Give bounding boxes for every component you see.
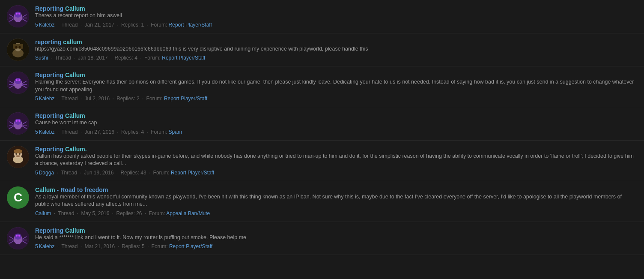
- thread-content: Reporting CallumFlaming the server: Ever…: [35, 72, 637, 102]
- svg-point-15: [15, 46, 18, 48]
- meta-dot: ·: [49, 55, 54, 61]
- svg-point-49: [15, 234, 21, 240]
- forum-label: Forum:: [144, 55, 162, 61]
- author-link[interactable]: Callum: [35, 210, 51, 216]
- thread-type: Thread: [61, 22, 78, 28]
- thread-content: Reporting Callum.Callum has openly asked…: [35, 146, 637, 176]
- avatar: [7, 227, 29, 249]
- thread-item: Reporting Callum.Callum has openly asked…: [0, 141, 644, 181]
- forum-link[interactable]: Spam: [169, 129, 182, 135]
- thread-title[interactable]: Reporting Callum: [35, 227, 85, 234]
- forum-label: Forum:: [151, 129, 168, 135]
- thread-meta: Sushi · Thread · Jan 18, 2017 · Replies:…: [35, 55, 637, 61]
- avatar: [7, 72, 29, 94]
- thread-title[interactable]: Reporting Callum.: [35, 146, 87, 153]
- meta-dot: ·: [72, 55, 77, 61]
- svg-point-3: [16, 13, 18, 15]
- meta-dot: ·: [145, 22, 149, 28]
- thread-meta: 5Dagga · Thread · Jun 19, 2016 · Replies…: [35, 170, 637, 176]
- thread-title[interactable]: Callum - Road to freedom: [35, 186, 108, 193]
- thread-meta: 5Kalebz · Thread · Jul 2, 2016 · Replies…: [35, 96, 637, 102]
- meta-dot: ·: [109, 55, 113, 61]
- forum-label: Forum:: [153, 170, 171, 176]
- meta-dot: ·: [79, 243, 83, 249]
- meta-dot: ·: [79, 129, 83, 135]
- author-prefix-icon: 5: [35, 96, 38, 102]
- svg-point-2: [15, 12, 21, 18]
- forum-link[interactable]: Report Player/Staff: [164, 96, 207, 102]
- thread-date: Jun 27, 2016: [84, 129, 114, 135]
- thread-title[interactable]: reporting callum: [35, 39, 82, 45]
- meta-dot: ·: [79, 96, 83, 102]
- forum-link[interactable]: Report Player/Staff: [169, 22, 212, 28]
- author-link[interactable]: Kalebz: [39, 129, 55, 135]
- thread-date: Jan 18, 2017: [78, 55, 107, 61]
- thread-item: reporting callumhttps://gyazo.com/c85064…: [0, 33, 644, 67]
- thread-body: Flaming the server: Everyone has their o…: [35, 78, 637, 93]
- thread-item: Reporting CallumHe said a ******* link a…: [0, 222, 644, 255]
- avatar: [7, 5, 29, 27]
- svg-point-33: [18, 120, 20, 122]
- meta-dot: ·: [116, 129, 120, 135]
- svg-point-17: [16, 48, 20, 51]
- forum-link[interactable]: Report Player/Staff: [171, 170, 214, 176]
- thread-date: May 5, 2016: [81, 210, 109, 216]
- svg-point-20: [15, 78, 21, 84]
- author-prefix-icon: 5: [35, 170, 38, 176]
- thread-content: Reporting CallumCause he wont let me cap…: [35, 112, 637, 135]
- thread-replies: Replies: 4: [121, 129, 144, 135]
- meta-dot: ·: [56, 96, 60, 102]
- meta-dot: ·: [141, 96, 145, 102]
- author-link[interactable]: Kalebz: [39, 22, 55, 28]
- svg-point-46: [14, 149, 22, 153]
- thread-replies: Replies: 2: [116, 96, 139, 102]
- svg-point-50: [16, 235, 18, 237]
- thread-title[interactable]: Reporting Callum: [35, 5, 85, 12]
- thread-type: Thread: [61, 170, 77, 176]
- thread-content: Reporting CallumHe said a ******* link a…: [35, 227, 637, 250]
- thread-replies: Replies: 5: [122, 243, 144, 249]
- forum-link[interactable]: Report Player/Staff: [162, 55, 205, 61]
- svg-rect-14: [13, 44, 23, 49]
- thread-title[interactable]: Reporting Callum: [35, 72, 85, 78]
- meta-dot: ·: [56, 22, 60, 28]
- forum-link[interactable]: Report Player/Staff: [169, 243, 212, 249]
- thread-list: Reporting CallumTheres a recent report o…: [0, 0, 644, 255]
- svg-point-31: [15, 119, 21, 125]
- meta-dot: ·: [111, 96, 115, 102]
- author-link[interactable]: Dagga: [39, 170, 54, 176]
- thread-content: reporting callumhttps://gyazo.com/c85064…: [35, 39, 637, 61]
- meta-dot: ·: [116, 243, 120, 249]
- thread-type: Thread: [55, 55, 71, 61]
- author-link[interactable]: Kalebz: [39, 243, 55, 249]
- meta-dot: ·: [143, 210, 148, 216]
- author-prefix-icon: 5: [35, 22, 38, 28]
- forum-link[interactable]: Appeal a Ban/Mute: [166, 210, 210, 216]
- thread-title[interactable]: Reporting Callum: [35, 112, 85, 119]
- thread-body: As a loyal member of this wonderful comm…: [35, 193, 637, 208]
- thread-meta: 5Kalebz · Thread · Jan 21, 2017 · Replie…: [35, 22, 637, 28]
- author-prefix-icon: 5: [35, 243, 38, 249]
- meta-dot: ·: [145, 129, 149, 135]
- svg-point-22: [18, 79, 20, 81]
- author-link[interactable]: Sushi: [35, 55, 48, 61]
- thread-type: Thread: [61, 129, 78, 135]
- author-link[interactable]: Kalebz: [39, 96, 55, 102]
- thread-content: Reporting CallumTheres a recent report o…: [35, 5, 637, 28]
- svg-point-16: [19, 46, 21, 48]
- author-prefix-icon: 5: [35, 129, 38, 135]
- thread-date: Jun 19, 2016: [84, 170, 113, 176]
- thread-body: He said a ******* link and I went to it.…: [35, 234, 637, 242]
- meta-dot: ·: [116, 22, 120, 28]
- thread-type: Thread: [58, 210, 74, 216]
- meta-dot: ·: [52, 210, 57, 216]
- thread-replies: Replies: 26: [116, 210, 142, 216]
- thread-item: CCallum - Road to freedomAs a loyal memb…: [0, 181, 644, 222]
- meta-dot: ·: [148, 170, 152, 176]
- thread-body: https://gyazo.com/c850648c09699a0206b166…: [35, 45, 637, 53]
- forum-label: Forum:: [149, 210, 167, 216]
- thread-item: Reporting CallumFlaming the server: Ever…: [0, 66, 644, 107]
- meta-dot: ·: [146, 243, 150, 249]
- thread-body: Theres a recent report on him aswell: [35, 12, 637, 20]
- svg-point-4: [18, 13, 20, 15]
